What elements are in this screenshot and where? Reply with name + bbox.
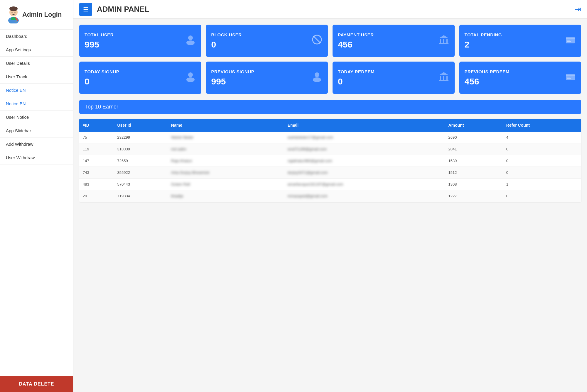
stat-card-previous-signup: PREVIOUS SIGNUP995 [206, 62, 328, 94]
table-cell: 1512 [445, 167, 503, 179]
table-col-email: Email [284, 119, 445, 132]
table-col-amount: Amount [445, 119, 503, 132]
table-cell: rajakhatur960@gmail.com [284, 155, 445, 167]
sidebar-item-app-settings[interactable]: App Settings [0, 43, 73, 57]
table-cell: 2041 [445, 143, 503, 155]
table-cell: 355922 [114, 167, 167, 179]
table-col-user-id: User Id [114, 119, 167, 132]
admin-title: Admin Login [22, 11, 62, 18]
main-content: ☰ ADMIN PANEL ⇥ TOTAL USER995BLOCK USER0… [73, 0, 587, 392]
svg-rect-29 [439, 80, 448, 81]
table-cell: Wahid Sikder [168, 132, 284, 143]
table-cell: 0 [503, 143, 581, 155]
sidebar: Admin Login DashboardApp SettingsUser De… [0, 0, 73, 392]
admin-header: Admin Login [0, 0, 73, 30]
table-row: 29719334khadijammasayed@gmail.com12270 [79, 190, 581, 202]
svg-rect-19 [567, 40, 570, 40]
table-row: 14772659Raja Khatunrajakhatur960@gmail.c… [79, 155, 581, 167]
table-col-name: Name [168, 119, 284, 132]
svg-rect-16 [439, 43, 448, 44]
table-cell: 0 [503, 190, 581, 202]
table-cell: 483 [79, 179, 114, 190]
stat-icon [438, 71, 449, 85]
stat-label: PAYMENT USER [338, 32, 374, 37]
table-cell: durjoy3471@gmail.com [284, 167, 445, 179]
stat-icon [185, 34, 196, 48]
table-cell: 72659 [114, 155, 167, 167]
table-row: 483570443Golam Rafiamarfaruque191197@gma… [79, 179, 581, 190]
table-cell: 4 [503, 132, 581, 143]
sidebar-item-add-withdraw[interactable]: Add Withdraw [0, 138, 73, 151]
stat-card-total-user: TOTAL USER995 [79, 25, 201, 57]
table-body: 75232299Wahid Sikderwahidsikder17@gmail.… [79, 132, 581, 202]
stat-icon [311, 34, 323, 48]
table-cell: 1308 [445, 179, 503, 190]
table-cell: 1539 [445, 155, 503, 167]
sidebar-item-notice-en[interactable]: Notice EN [0, 84, 73, 97]
svg-point-21 [188, 72, 193, 77]
sidebar-item-dashboard[interactable]: Dashboard [0, 30, 73, 43]
sidebar-item-user-notice[interactable]: User Notice [0, 111, 73, 124]
stat-card-previous-redeem: PREVIOUS REDEEM456 [459, 62, 581, 94]
menu-button[interactable]: ☰ [79, 3, 92, 16]
svg-point-23 [315, 72, 319, 77]
panel-title: ADMIN PANEL [97, 5, 575, 14]
table-col-refer-count: Refer Count [503, 119, 581, 132]
stat-icon [438, 34, 449, 48]
stat-card-block-user: BLOCK USER0 [206, 25, 328, 57]
svg-point-24 [313, 77, 321, 82]
table-row: 119318339md salimsmd71189@gmail.com20410 [79, 143, 581, 155]
table-cell: 2690 [445, 132, 503, 143]
logout-button[interactable]: ⇥ [575, 5, 581, 14]
svg-rect-28 [446, 76, 448, 80]
table-cell: 719334 [114, 190, 167, 202]
table-cell: mmasayed@gmail.com [284, 190, 445, 202]
data-delete-button[interactable]: DATA DELETE [0, 376, 73, 392]
svg-rect-15 [446, 39, 448, 43]
stat-value: 2 [465, 40, 502, 50]
table-cell: wahidsikder17@gmail.com [284, 132, 445, 143]
stat-label: TOTAL USER [85, 32, 114, 37]
svg-rect-32 [567, 77, 570, 77]
stat-value: 995 [211, 77, 254, 86]
sidebar-nav: DashboardApp SettingsUser DetailsUser Tr… [0, 30, 73, 164]
top-earner-table-container: #IDUser IdNameEmailAmountRefer Count 752… [79, 119, 581, 202]
table-cell: khadija [168, 190, 284, 202]
stat-icon [311, 71, 323, 85]
sidebar-item-app-slidebar[interactable]: App Slidebar [0, 124, 73, 138]
table-cell: 75 [79, 132, 114, 143]
stat-icon [185, 71, 196, 85]
table-cell: 743 [79, 167, 114, 179]
stat-card-total-pending: TOTAL PENDING2 [459, 25, 581, 57]
sidebar-item-user-withdraw[interactable]: User Withdraw [0, 151, 73, 164]
table-cell: Arka Durjoy Bhowmick [168, 167, 284, 179]
table-cell: Raja Khatun [168, 155, 284, 167]
table-cell: 29 [79, 190, 114, 202]
table-row: 75232299Wahid Sikderwahidsikder17@gmail.… [79, 132, 581, 143]
stat-value: 456 [465, 77, 510, 86]
stats-grid: TOTAL USER995BLOCK USER0PAYMENT USER456T… [73, 19, 587, 100]
svg-rect-31 [566, 75, 575, 76]
svg-point-22 [186, 77, 195, 82]
svg-point-9 [186, 40, 195, 45]
svg-rect-14 [443, 39, 444, 43]
svg-point-4 [15, 12, 16, 13]
svg-line-11 [313, 36, 321, 43]
table-cell: md salim [168, 143, 284, 155]
table-cell: 0 [503, 155, 581, 167]
svg-rect-26 [440, 76, 441, 80]
svg-marker-25 [439, 72, 448, 75]
sidebar-item-user-details[interactable]: User Details [0, 57, 73, 70]
table-col-#id: #ID [79, 119, 114, 132]
sidebar-item-notice-bn[interactable]: Notice BN [0, 97, 73, 111]
stat-value: 0 [211, 40, 242, 50]
table-cell: 232299 [114, 132, 167, 143]
stat-value: 995 [85, 40, 114, 50]
stat-icon [565, 71, 576, 85]
stat-label: TOTAL PENDING [465, 32, 502, 37]
stat-label: TODAY SIGNUP [85, 69, 119, 74]
svg-rect-27 [443, 76, 444, 80]
sidebar-item-user-track[interactable]: User Track [0, 70, 73, 84]
svg-rect-13 [440, 39, 441, 43]
svg-rect-33 [567, 78, 571, 79]
